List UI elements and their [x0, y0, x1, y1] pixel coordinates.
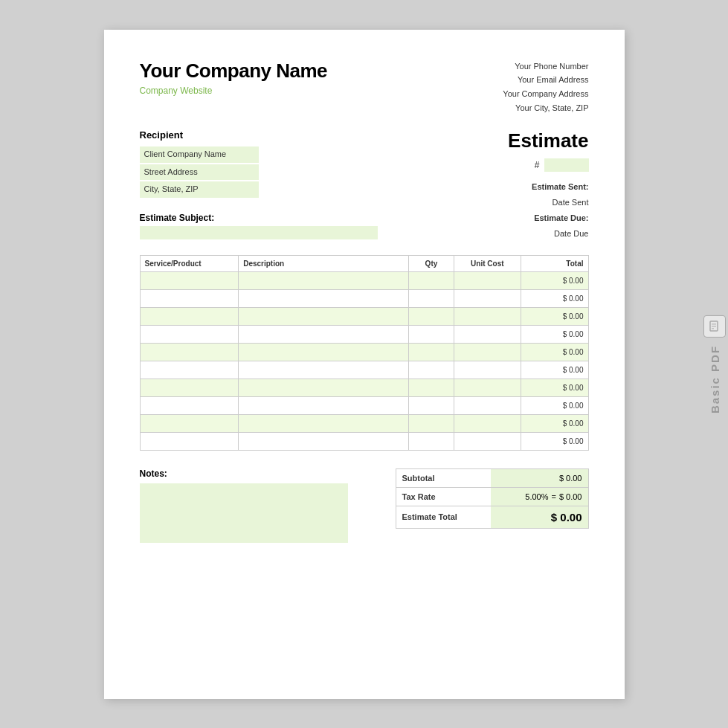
- estimate-dates: Estimate Sent: Date Sent Estimate Due: D…: [425, 179, 589, 242]
- estimate-section: Estimate # Estimate Sent: Date Sent Esti…: [425, 129, 589, 242]
- qty-cell[interactable]: [409, 432, 454, 450]
- table-row: $ 0.00: [140, 343, 588, 361]
- company-phone: Your Phone Number: [503, 59, 588, 74]
- qty-cell[interactable]: [409, 307, 454, 325]
- table-row: $ 0.00: [140, 307, 588, 325]
- total-cell: $ 0.00: [521, 379, 588, 396]
- table-row: $ 0.00: [140, 361, 588, 379]
- client-name-field[interactable]: Client Company Name: [140, 146, 259, 163]
- qty-cell[interactable]: [409, 379, 454, 396]
- estimate-number-row: #: [425, 158, 589, 172]
- unit-cost-cell[interactable]: [454, 289, 521, 307]
- description-cell[interactable]: [239, 432, 409, 450]
- description-cell[interactable]: [239, 307, 409, 325]
- total-cell: $ 0.00: [521, 307, 588, 325]
- col-unit-cost: Unit Cost: [454, 255, 521, 271]
- service-cell[interactable]: [140, 379, 239, 396]
- service-cell[interactable]: [140, 307, 239, 325]
- company-address: Your Company Address: [503, 87, 588, 101]
- notes-field[interactable]: [140, 483, 348, 543]
- subject-field[interactable]: [140, 226, 378, 239]
- tax-amount: $ 0.00: [559, 492, 582, 501]
- total-cell: $ 0.00: [521, 289, 588, 307]
- table-row: $ 0.00: [140, 271, 588, 289]
- pdf-icon: [703, 315, 726, 337]
- tax-rate: 5.00%: [525, 492, 548, 501]
- description-cell[interactable]: [239, 325, 409, 343]
- service-cell[interactable]: [140, 325, 239, 343]
- service-cell[interactable]: [140, 361, 239, 379]
- description-cell[interactable]: [239, 289, 409, 307]
- unit-cost-cell[interactable]: [454, 414, 521, 432]
- unit-cost-cell[interactable]: [454, 271, 521, 289]
- service-cell[interactable]: [140, 414, 239, 432]
- total-cell: $ 0.00: [521, 396, 588, 414]
- service-cell[interactable]: [140, 396, 239, 414]
- qty-cell[interactable]: [409, 361, 454, 379]
- service-cell[interactable]: [140, 343, 239, 361]
- table-row: $ 0.00: [140, 432, 588, 450]
- total-cell: $ 0.00: [521, 325, 588, 343]
- unit-cost-cell[interactable]: [454, 361, 521, 379]
- unit-cost-cell[interactable]: [454, 307, 521, 325]
- company-name: Your Company Name: [140, 59, 328, 83]
- description-cell[interactable]: [239, 361, 409, 379]
- col-qty: Qty: [409, 255, 454, 271]
- description-cell[interactable]: [239, 414, 409, 432]
- company-email: Your Email Address: [503, 73, 588, 87]
- tax-value: 5.00% = $ 0.00: [491, 487, 588, 506]
- unit-cost-cell[interactable]: [454, 325, 521, 343]
- street-field[interactable]: Street Address: [140, 164, 259, 181]
- description-cell[interactable]: [239, 343, 409, 361]
- estimate-title: Estimate: [425, 129, 589, 152]
- subtotal-row: Subtotal $ 0.00: [396, 468, 588, 487]
- total-cell: $ 0.00: [521, 432, 588, 450]
- unit-cost-cell[interactable]: [454, 432, 521, 450]
- description-cell[interactable]: [239, 396, 409, 414]
- tax-label: Tax Rate: [396, 487, 491, 506]
- table-row: $ 0.00: [140, 379, 588, 396]
- estimate-due-label: Estimate Due:: [534, 213, 588, 222]
- estimate-number-label: #: [535, 160, 540, 170]
- estimate-due-value: Date Due: [554, 229, 588, 238]
- totals-table: Subtotal $ 0.00 Tax Rate 5.00% = $ 0.00 …: [396, 468, 589, 529]
- col-service: Service/Product: [140, 255, 239, 271]
- unit-cost-cell[interactable]: [454, 343, 521, 361]
- estimate-sent-value: Date Sent: [553, 198, 589, 207]
- unit-cost-cell[interactable]: [454, 379, 521, 396]
- tax-row: Tax Rate 5.00% = $ 0.00: [396, 487, 588, 506]
- qty-cell[interactable]: [409, 414, 454, 432]
- estimate-number-field[interactable]: [544, 158, 589, 172]
- grand-total-value: $ 0.00: [491, 506, 588, 528]
- company-right: Your Phone Number Your Email Address You…: [503, 59, 588, 115]
- city-state-zip-field[interactable]: City, State, ZIP: [140, 181, 259, 198]
- service-cell[interactable]: [140, 271, 239, 289]
- total-cell: $ 0.00: [521, 361, 588, 379]
- side-tab-label: Basic PDF: [709, 344, 721, 413]
- table-row: $ 0.00: [140, 325, 588, 343]
- qty-cell[interactable]: [409, 343, 454, 361]
- qty-cell[interactable]: [409, 271, 454, 289]
- qty-cell[interactable]: [409, 289, 454, 307]
- bottom-section: Notes: Subtotal $ 0.00 Tax Rate 5.00% = …: [140, 468, 589, 543]
- description-cell[interactable]: [239, 271, 409, 289]
- col-total: Total: [521, 255, 588, 271]
- tax-equals: =: [551, 492, 555, 501]
- header: Your Company Name Company Website Your P…: [140, 59, 589, 115]
- grand-total-label: Estimate Total: [396, 506, 491, 528]
- qty-cell[interactable]: [409, 396, 454, 414]
- items-table: Service/Product Description Qty Unit Cos…: [140, 255, 589, 451]
- total-cell: $ 0.00: [521, 271, 588, 289]
- notes-label: Notes:: [140, 468, 381, 479]
- table-row: $ 0.00: [140, 414, 588, 432]
- unit-cost-cell[interactable]: [454, 396, 521, 414]
- service-cell[interactable]: [140, 289, 239, 307]
- qty-cell[interactable]: [409, 325, 454, 343]
- company-city: Your City, State, ZIP: [503, 101, 588, 115]
- mid-section: Recipient Client Company Name Street Add…: [140, 129, 589, 242]
- total-cell: $ 0.00: [521, 414, 588, 432]
- service-cell[interactable]: [140, 432, 239, 450]
- recipient-section: Recipient Client Company Name Street Add…: [140, 129, 425, 242]
- subject-label: Estimate Subject:: [140, 213, 425, 223]
- description-cell[interactable]: [239, 379, 409, 396]
